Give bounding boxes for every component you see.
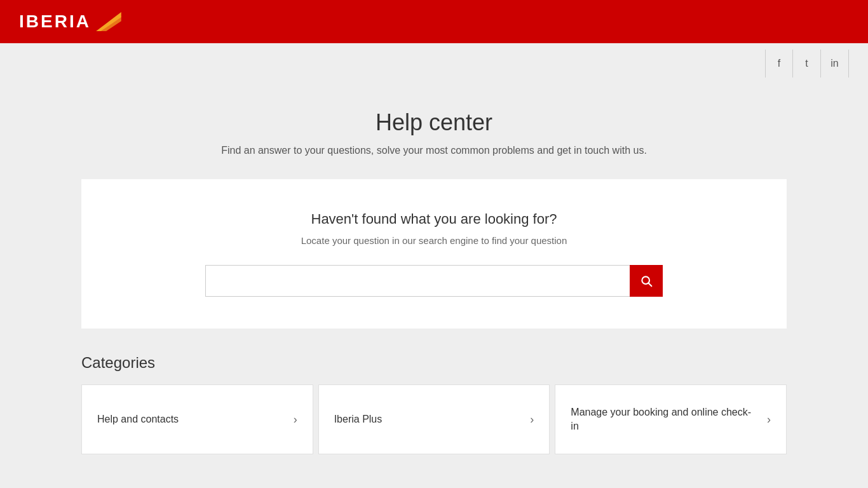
page-title: Help center <box>376 109 492 136</box>
chevron-right-icon-1: › <box>530 413 534 426</box>
category-card-help-contacts[interactable]: Help and contacts › <box>81 384 313 454</box>
facebook-icon[interactable]: f <box>765 50 793 78</box>
linkedin-icon[interactable]: in <box>821 50 849 78</box>
category-card-manage-booking[interactable]: Manage your booking and online check-in … <box>555 384 787 454</box>
twitter-label: t <box>805 58 808 69</box>
linkedin-label: in <box>831 58 838 69</box>
search-subtext: Locate your question in our search engin… <box>301 235 567 246</box>
categories-title: Categories <box>81 354 787 372</box>
category-label-help-contacts: Help and contacts <box>97 412 179 426</box>
svg-marker-1 <box>101 16 121 31</box>
main-header: IBERIA <box>0 0 868 43</box>
search-container: Haven't found what you are looking for? … <box>81 179 787 329</box>
categories-grid: Help and contacts › Iberia Plus › Manage… <box>81 384 787 454</box>
category-label-manage-booking: Manage your booking and online check-in <box>571 405 757 434</box>
logo-wing-icon <box>96 12 121 31</box>
category-card-iberia-plus[interactable]: Iberia Plus › <box>318 384 550 454</box>
twitter-icon[interactable]: t <box>793 50 821 78</box>
categories-section: Categories Help and contacts › Iberia Pl… <box>81 354 787 454</box>
search-icon <box>640 274 653 287</box>
page-subtitle: Find an answer to your questions, solve … <box>221 145 647 156</box>
search-button[interactable] <box>630 265 663 297</box>
logo-text: IBERIA <box>19 11 91 32</box>
search-heading: Haven't found what you are looking for? <box>311 211 557 227</box>
search-input[interactable] <box>205 265 630 297</box>
category-label-iberia-plus: Iberia Plus <box>334 412 383 426</box>
chevron-right-icon-2: › <box>767 413 771 426</box>
search-row <box>205 265 663 297</box>
logo[interactable]: IBERIA <box>19 11 121 32</box>
svg-line-3 <box>649 283 652 287</box>
chevron-right-icon-0: › <box>294 413 297 426</box>
social-bar: f t in <box>0 43 868 84</box>
main-content: Help center Find an answer to your quest… <box>0 84 868 480</box>
social-icons-group: f t in <box>765 50 849 78</box>
facebook-label: f <box>778 58 780 69</box>
